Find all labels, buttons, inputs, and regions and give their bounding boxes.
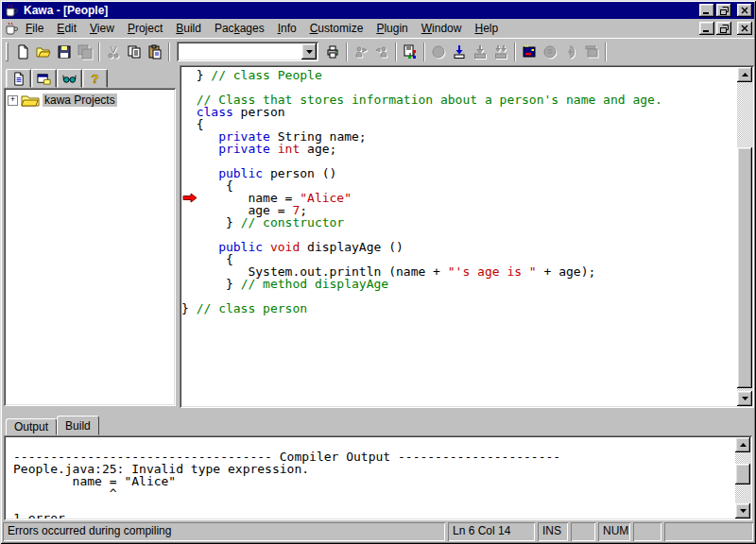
menu-project[interactable]: Project [121, 20, 169, 37]
code-line[interactable]: } // method displayAge [181, 278, 735, 290]
output-vscrollbar[interactable] [735, 437, 750, 518]
document-window-icon[interactable] [4, 21, 19, 36]
editor-vscrollbar[interactable] [737, 67, 752, 406]
toolbar-separator [346, 42, 348, 61]
code-line[interactable]: } // class person [181, 302, 735, 314]
output-line: ^ [13, 487, 733, 500]
find-next-button[interactable] [371, 42, 392, 62]
code-line[interactable]: } // class People [181, 69, 735, 81]
output-scroll-down-icon[interactable] [735, 503, 750, 518]
compiler-output-text: ----------------------------------- Comp… [13, 438, 733, 518]
find-next-icon [374, 44, 389, 60]
find-button[interactable] [351, 42, 371, 62]
minimize-button[interactable] [699, 4, 714, 17]
child-minimize-button[interactable] [699, 22, 714, 35]
code-line[interactable]: private int age; [181, 143, 735, 155]
output-scroll-thumb[interactable] [735, 464, 750, 484]
status-message: Errors occurred during compiling [3, 522, 445, 541]
paste-button[interactable] [145, 42, 165, 62]
tree-expander-icon[interactable]: + [8, 95, 18, 106]
child-restore-button[interactable] [716, 22, 731, 35]
member-combobox-input[interactable] [177, 45, 301, 59]
find-icon [353, 44, 369, 60]
build-output-panel[interactable]: ----------------------------------- Comp… [4, 435, 752, 520]
code-text[interactable]: } // class People // Class that stores i… [181, 69, 735, 406]
interpret-button[interactable] [560, 42, 581, 62]
run-icon [542, 44, 558, 60]
status-ins-mode: INS [538, 522, 568, 541]
save-all-button[interactable] [75, 42, 95, 62]
code-line[interactable]: } // constructor [181, 216, 735, 229]
tree-item-kawa-projects[interactable]: + kawa Projects [8, 94, 174, 107]
tree-item-label[interactable]: kawa Projects [43, 94, 117, 107]
toolbar-separator [98, 42, 100, 61]
code-line[interactable]: public void displayAge () [181, 241, 735, 253]
console-button[interactable] [519, 42, 540, 62]
output-tab-strip: OutputBuild [2, 416, 754, 435]
workspace-tab-project-view[interactable] [31, 69, 57, 88]
copy-button[interactable] [124, 42, 145, 62]
workspace-tab-file-view[interactable] [6, 69, 31, 88]
menu-build[interactable]: Build [169, 20, 208, 37]
menu-help[interactable]: Help [468, 20, 505, 37]
menu-customize[interactable]: Customize [303, 20, 370, 37]
app-logo-icon [4, 3, 19, 18]
menu-packages[interactable]: Packages [208, 20, 271, 37]
menu-window[interactable]: Window [415, 20, 469, 37]
code-editor[interactable]: } // class People // Class that stores i… [180, 65, 754, 408]
toolbar-separator [514, 42, 516, 61]
class-browser-button[interactable] [400, 42, 421, 62]
toolbar-grip[interactable] [6, 42, 9, 61]
new-file-button[interactable] [12, 42, 33, 62]
tab-output[interactable]: Output [6, 418, 57, 435]
print-icon [325, 44, 340, 60]
rebuild-all-button[interactable] [490, 42, 511, 62]
horizontal-splitter[interactable] [2, 408, 754, 416]
cut-button[interactable] [103, 42, 124, 62]
child-close-button[interactable] [737, 22, 752, 35]
output-scroll-up-icon[interactable] [735, 437, 750, 452]
workspace-tab-class-view[interactable] [57, 69, 82, 88]
current-line-arrow-icon [182, 193, 198, 203]
editor-scroll-down-icon[interactable] [737, 391, 752, 406]
paste-icon [147, 44, 163, 60]
print-button[interactable] [322, 42, 343, 62]
combobox-dropdown-icon[interactable] [301, 43, 317, 60]
member-combobox[interactable] [177, 42, 318, 61]
restore-button[interactable] [716, 4, 731, 17]
editor-scroll-thumb[interactable] [737, 147, 752, 388]
run-button[interactable] [540, 42, 560, 62]
stop-build-button[interactable] [428, 42, 449, 62]
open-file-button[interactable] [33, 42, 54, 62]
code-line[interactable]: class person [181, 106, 735, 118]
code-line[interactable]: public person () [181, 167, 735, 179]
menu-file[interactable]: File [19, 20, 50, 37]
editor-scroll-up-icon[interactable] [737, 67, 752, 82]
status-cursor-position: Ln 6 Col 14 [448, 522, 535, 541]
save-icon [57, 44, 72, 60]
project-tree[interactable]: + kawa Projects [4, 88, 176, 406]
app-window: Kawa - [People] FileEditViewProjectBuild… [0, 0, 756, 544]
menu-info[interactable]: Info [271, 20, 303, 37]
workspace-panel: ? + kawa Projects [2, 65, 176, 408]
menu-plugin[interactable]: Plugin [369, 20, 414, 37]
save-button[interactable] [54, 42, 75, 62]
folder-icon [21, 94, 40, 107]
project-view-icon [37, 72, 51, 86]
toolbar-separator [395, 42, 397, 61]
title-bar: Kawa - [People] [2, 2, 754, 19]
toolbar-separator [168, 42, 170, 61]
tab-build[interactable]: Build [57, 416, 99, 435]
workspace-tab-help-view[interactable]: ? [82, 69, 108, 88]
compile-icon [452, 44, 467, 60]
new-window-button[interactable] [581, 42, 602, 62]
interpret-icon [563, 44, 578, 60]
build-button[interactable] [470, 42, 490, 62]
status-panel-empty-1 [571, 522, 595, 541]
menu-items: FileEditViewProjectBuildPackagesInfoCust… [19, 19, 699, 38]
close-button[interactable] [737, 4, 752, 17]
compile-button[interactable] [449, 42, 470, 62]
menu-edit[interactable]: Edit [50, 20, 83, 37]
menu-view[interactable]: View [83, 20, 121, 37]
status-panel-empty-2 [633, 522, 662, 541]
